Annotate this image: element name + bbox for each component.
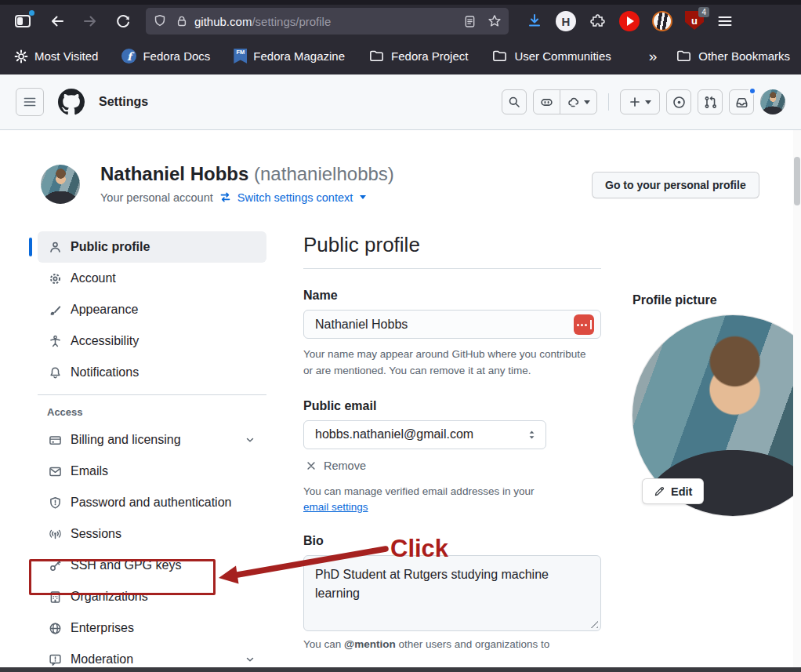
sidebar-item-sessions[interactable]: Sessions bbox=[38, 518, 266, 550]
go-to-profile-button[interactable]: Go to your personal profile bbox=[592, 172, 759, 198]
bookmarks-bar: Most Visited f Fedora Docs FM Fedora Mag… bbox=[0, 38, 801, 74]
mail-icon bbox=[49, 464, 63, 478]
profile-avatar[interactable] bbox=[41, 165, 80, 204]
credit-card-icon bbox=[49, 433, 63, 447]
copilot-chat-icon[interactable] bbox=[560, 90, 596, 114]
sidebar-item-emails[interactable]: Emails bbox=[38, 456, 266, 487]
switch-settings-context-link[interactable]: Switch settings context bbox=[237, 191, 353, 204]
profile-picture-label: Profile picture bbox=[632, 293, 717, 307]
sidebar-section-access: Access bbox=[47, 406, 266, 418]
bookmark-other-bookmarks[interactable]: Other Bookmarks bbox=[676, 48, 790, 64]
bookmark-fedora-project[interactable]: Fedora Project bbox=[368, 48, 468, 64]
fedora-magazine-icon: FM bbox=[234, 49, 247, 64]
public-email-select[interactable]: hobbs.nathaniel@gmail.com bbox=[303, 420, 546, 449]
bell-icon bbox=[49, 365, 63, 380]
bio-textarea[interactable]: PhD Student at Rutgers studying machine … bbox=[303, 555, 601, 631]
x-icon bbox=[306, 460, 317, 471]
downloads-icon[interactable] bbox=[526, 13, 543, 30]
back-icon[interactable] bbox=[44, 9, 71, 34]
sidebar-item-billing[interactable]: Billing and licensing bbox=[38, 424, 266, 456]
create-new-button[interactable] bbox=[620, 89, 660, 114]
scrollbar-thumb[interactable] bbox=[794, 157, 800, 205]
notifications-inbox-icon[interactable] bbox=[729, 89, 754, 114]
chevron-down-icon bbox=[245, 654, 256, 665]
forward-icon[interactable] bbox=[77, 9, 103, 34]
name-label: Name bbox=[303, 289, 601, 303]
sidebar-item-account[interactable]: Account bbox=[38, 263, 266, 294]
browser-chrome: github.com/settings/profile H u 4 Most V… bbox=[0, 0, 801, 74]
firefox-view-icon[interactable] bbox=[9, 9, 36, 34]
gear-icon bbox=[14, 49, 28, 64]
header-avatar[interactable] bbox=[760, 89, 785, 114]
chevron-down-icon bbox=[245, 434, 256, 445]
issues-icon[interactable] bbox=[666, 89, 691, 114]
shield-lock-icon bbox=[49, 496, 63, 510]
select-caret-icon bbox=[527, 429, 536, 441]
extensions-puzzle-icon[interactable] bbox=[589, 13, 607, 31]
bookmark-user-communities[interactable]: User Communities bbox=[491, 48, 611, 64]
folder-icon bbox=[676, 48, 692, 64]
fedora-icon: f bbox=[121, 49, 136, 64]
globe-icon bbox=[49, 621, 63, 635]
bookmark-star-icon[interactable] bbox=[487, 13, 502, 29]
email-settings-link[interactable]: email settings bbox=[303, 501, 368, 513]
accessibility-icon bbox=[49, 334, 63, 348]
shield-icon[interactable] bbox=[152, 13, 168, 29]
public-profile-form: Public profile Name Nathaniel Hobbs Your… bbox=[303, 233, 601, 650]
sidebar-item-enterprises[interactable]: Enterprises bbox=[38, 612, 266, 644]
reload-icon[interactable] bbox=[110, 9, 136, 34]
annotation-click-label: Click bbox=[390, 535, 448, 563]
github-header: Settings bbox=[0, 74, 801, 130]
email-help-text: You can manage verified email addresses … bbox=[303, 483, 601, 500]
url-path: /settings/profile bbox=[252, 15, 331, 28]
section-title: Public profile bbox=[303, 233, 601, 269]
bookmark-fedora-docs[interactable]: f Fedora Docs bbox=[121, 49, 210, 64]
name-input[interactable]: Nathaniel Hobbs bbox=[303, 310, 601, 339]
menu-icon[interactable] bbox=[716, 13, 734, 30]
reader-mode-icon[interactable] bbox=[462, 14, 477, 29]
password-manager-icon[interactable] bbox=[574, 314, 594, 335]
unread-dot bbox=[748, 87, 756, 95]
copilot-icon[interactable] bbox=[534, 90, 560, 114]
remove-email-button[interactable]: Remove bbox=[303, 460, 601, 472]
search-icon[interactable] bbox=[502, 89, 527, 114]
edit-picture-button[interactable]: Edit bbox=[642, 478, 704, 504]
browser-toolbar: github.com/settings/profile H u 4 bbox=[0, 5, 801, 38]
page-scrollbar[interactable] bbox=[793, 130, 801, 672]
lock-icon[interactable] bbox=[174, 13, 190, 29]
pencil-icon bbox=[654, 485, 665, 497]
video-extension-icon[interactable] bbox=[619, 11, 640, 31]
copilot-button[interactable] bbox=[533, 89, 597, 114]
page-title: Settings bbox=[99, 95, 148, 109]
window-bottom-edge bbox=[0, 667, 801, 672]
bio-help-text: You can @mention other users and organiz… bbox=[303, 638, 601, 650]
account-name-heading: Nathaniel Hobbs (nathanielhobbs) bbox=[100, 163, 394, 185]
pull-requests-icon[interactable] bbox=[698, 89, 723, 114]
url-bar[interactable]: github.com/settings/profile bbox=[146, 8, 509, 35]
url-host: github.com bbox=[194, 15, 252, 28]
folder-icon bbox=[368, 48, 385, 64]
sidebar-divider bbox=[38, 394, 266, 395]
sidebar-item-appearance[interactable]: Appearance bbox=[38, 294, 266, 325]
settings-sidebar: Public profile Account Appearance Access… bbox=[38, 231, 266, 672]
report-icon bbox=[49, 652, 63, 667]
sidebar-menu-icon[interactable] bbox=[16, 88, 44, 116]
bookmarks-overflow-icon[interactable]: » bbox=[649, 48, 656, 65]
public-email-label: Public email bbox=[303, 399, 601, 413]
paintbrush-icon bbox=[49, 303, 63, 317]
account-username: (nathanielhobbs) bbox=[254, 163, 394, 184]
privacy-badger-icon[interactable] bbox=[652, 11, 672, 31]
name-help-text: Your name may appear around GitHub where… bbox=[303, 347, 596, 380]
github-logo-icon[interactable] bbox=[58, 89, 85, 115]
gear-icon bbox=[49, 271, 63, 285]
bookmark-most-visited[interactable]: Most Visited bbox=[14, 49, 98, 64]
h-extension-icon[interactable]: H bbox=[556, 11, 576, 31]
ublock-icon[interactable]: u 4 bbox=[685, 11, 704, 31]
ublock-badge: 4 bbox=[698, 7, 709, 17]
bookmark-fedora-magazine[interactable]: FM Fedora Magazine bbox=[234, 49, 345, 64]
sidebar-item-notifications[interactable]: Notifications bbox=[38, 357, 266, 388]
sidebar-item-password-authentication[interactable]: Password and authentication bbox=[38, 487, 266, 518]
sidebar-item-accessibility[interactable]: Accessibility bbox=[38, 325, 266, 357]
sidebar-item-public-profile[interactable]: Public profile bbox=[38, 231, 266, 263]
annotation-highlight-box bbox=[29, 559, 216, 595]
